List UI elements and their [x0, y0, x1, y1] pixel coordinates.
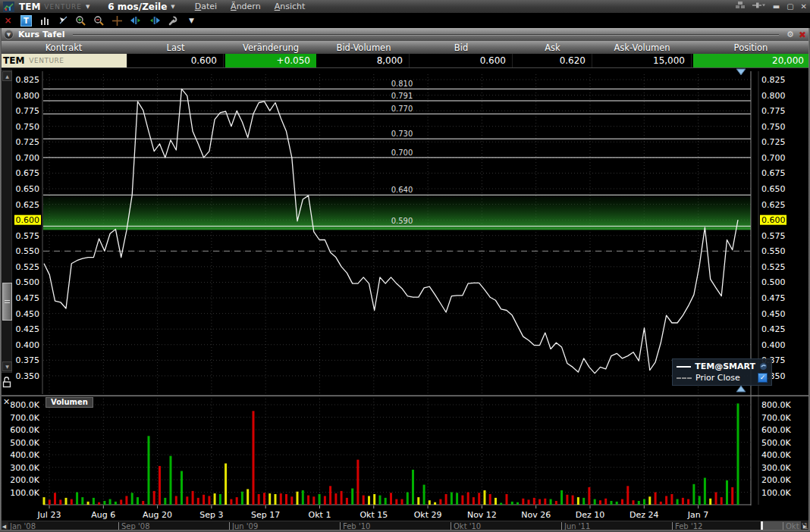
scroll-marker-top[interactable] [736, 69, 746, 75]
ask-volume-cell[interactable]: 15,000 [592, 54, 692, 67]
pin-icon[interactable] [752, 2, 766, 11]
chevron-down-icon: ▼ [86, 4, 89, 10]
crosshair-icon[interactable] [111, 14, 123, 27]
chart-legend[interactable]: TEM@SMART Prior Close ✓ [672, 358, 772, 386]
price-volume-chart[interactable]: 0.8100.7910.7700.7300.7000.6400.5900.825… [0, 68, 810, 521]
timeframe-selector[interactable]: 6 mos/Zeile ▼ [108, 2, 174, 12]
prior-close-checkbox[interactable]: ✓ [758, 373, 768, 383]
volume-bar [682, 498, 684, 505]
minimize-button[interactable]: ▬ [773, 3, 780, 11]
price-axis-label: 0.775 [761, 106, 786, 116]
volume-bar [285, 494, 287, 505]
volume-bar [93, 498, 95, 505]
text-tool-icon[interactable]: T [20, 14, 32, 27]
volume-bar [368, 496, 370, 505]
volume-bar [324, 496, 326, 505]
scroll-up-button[interactable]: ▲ [2, 71, 12, 81]
volume-close-icon[interactable]: ✕ [3, 397, 10, 407]
expand-bars-icon[interactable] [149, 14, 161, 27]
x-axis-label: Okt 15 [359, 510, 388, 520]
scroll-marker-bottom[interactable] [736, 386, 746, 392]
price-axis-scrollbar[interactable]: ▲ ▼ [1, 70, 12, 373]
group-windows-icon[interactable] [735, 1, 746, 12]
volume-bar [484, 490, 486, 505]
menu-aendern[interactable]: Ändern [231, 2, 261, 11]
price-level-label: 0.791 [391, 92, 413, 100]
volume-axis-label: 500.0K [10, 438, 39, 448]
x-axis-label: Dez 24 [629, 510, 659, 520]
volume-bar [538, 499, 541, 505]
volume-bar [275, 494, 277, 505]
price-axis-label: 0.675 [761, 168, 786, 178]
compress-bars-icon[interactable] [130, 14, 142, 27]
change-cell[interactable]: +0.050 [224, 54, 318, 67]
column-header-vernderung[interactable]: Veränderung [224, 41, 318, 54]
volume-bar [655, 493, 657, 505]
panel-title: Kurs Tafel [18, 30, 65, 39]
price-axis-label: 0.375 [16, 355, 40, 365]
volume-bar [253, 411, 255, 505]
position-cell[interactable]: 20,000 [692, 54, 810, 67]
price-axis-label: 0.750 [761, 122, 786, 132]
volume-bar [363, 496, 365, 505]
ask-cell[interactable]: 0.620 [513, 54, 592, 67]
volume-bar [577, 497, 579, 505]
volume-bar [280, 493, 282, 505]
volume-bar [478, 493, 480, 505]
volume-axis-label: 400.0K [761, 450, 791, 460]
volume-bar [246, 489, 249, 505]
close-button[interactable]: ✕ [801, 3, 807, 11]
column-header-kontrakt[interactable]: Kontrakt [0, 41, 127, 54]
tools-dropdown-icon[interactable]: ▼ [186, 14, 197, 27]
last-cell[interactable]: 0.600 [127, 54, 224, 67]
volume-bar [715, 493, 717, 505]
contract-symbol: TEM [3, 55, 24, 66]
bar-chart-icon[interactable] [39, 14, 50, 27]
volume-axis-label: 300.0K [10, 463, 39, 473]
bid-volume-cell[interactable]: 8,000 [318, 54, 410, 67]
x-axis-label: Okt 29 [414, 510, 442, 520]
legend-series-name: TEM@SMART [695, 361, 755, 371]
volume-bar [351, 489, 353, 505]
zoom-in-icon[interactable] [75, 14, 86, 27]
chart-area: 0.8100.7910.7700.7300.7000.6400.5900.825… [0, 68, 810, 521]
legend-grab-icon[interactable] [759, 362, 768, 371]
column-header-bid[interactable]: Bid [410, 41, 513, 54]
price-axis-label: 0.400 [16, 340, 40, 350]
panel-close-icon[interactable]: ✖ [799, 30, 806, 40]
contract-cell[interactable]: TEMVENTURE [0, 54, 127, 67]
scroll-down-button[interactable]: ▼ [2, 361, 12, 371]
volume-bar [395, 499, 397, 505]
symbol-selector[interactable]: TEM VENTURE ▼ [19, 2, 89, 12]
panel-settings-icon[interactable]: ⚙ [786, 30, 794, 39]
volume-bar [633, 500, 635, 505]
volume-bar [572, 496, 574, 505]
maximize-button[interactable]: ▢ [786, 3, 793, 11]
column-header-ask[interactable]: Ask [513, 41, 592, 54]
column-header-position[interactable]: Position [692, 41, 810, 54]
volume-bar [208, 496, 210, 505]
menu-ansicht[interactable]: Ansicht [275, 2, 306, 11]
price-axis-label: 0.700 [16, 153, 40, 163]
volume-bar [643, 499, 645, 505]
collapse-panel-icon[interactable]: ▼ [4, 30, 14, 39]
menu-datei[interactable]: Datei [195, 2, 217, 11]
column-header-bid-volumen[interactable]: Bid-Volumen [318, 41, 410, 54]
volume-bar [588, 487, 590, 505]
quote-table-row: TEMVENTURE0.600+0.0508,0000.6000.62015,0… [0, 54, 810, 68]
column-header-ask-volumen[interactable]: Ask-Volumen [592, 41, 692, 54]
scrollbar-thumb[interactable] [2, 283, 12, 321]
volume-bar [65, 498, 68, 505]
panel-divider[interactable] [0, 396, 810, 397]
zoom-out-icon[interactable] [93, 14, 105, 27]
remove-tool-icon[interactable]: × [2, 14, 14, 27]
column-header-last[interactable]: Last [127, 41, 224, 54]
x-axis-label: Sep 3 [199, 510, 223, 520]
axis-lock-icon[interactable] [2, 376, 12, 391]
bid-cell[interactable]: 0.600 [410, 54, 513, 67]
price-level-label: 0.730 [391, 130, 413, 138]
volume-bar [268, 493, 271, 505]
settings-wrench-icon[interactable] [168, 14, 179, 27]
x-axis-label: Jul 23 [37, 510, 61, 520]
trendline-tool-icon[interactable] [57, 14, 68, 27]
